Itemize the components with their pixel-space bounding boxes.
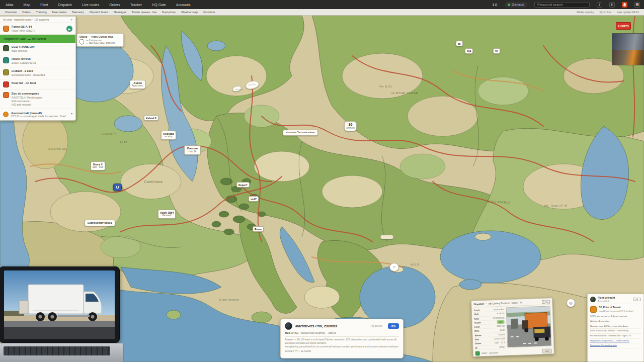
bookmark-messages[interactable]: Messages [114, 11, 126, 14]
cargo-icon [3, 69, 9, 75]
truck-road-photo [4, 270, 115, 339]
map-marker[interactable]: Bosa © asst · hub [91, 161, 105, 170]
list-item[interactable]: Route refresh Essen–Lübeck 09:15 [0, 55, 75, 67]
delivered-banner[interactable]: Shipment 2481 — delivered [0, 35, 75, 43]
menu-item-live-routes[interactable]: Live routes [80, 2, 101, 8]
featured-unit-row[interactable]: Fanst BS A-14 Route: MAN (OSET) ▶ [0, 23, 75, 35]
list-item[interactable]: Fleet B2 · on hold [0, 79, 75, 90]
menu-item-tracker[interactable]: Tracker [129, 2, 143, 8]
map-marker[interactable]: Redstad — stop [161, 131, 176, 140]
menu-item-dispatch[interactable]: Dispatch [57, 2, 73, 8]
map-marker[interactable]: 104 [465, 48, 473, 54]
menu-item-orders[interactable]: Orders [108, 2, 121, 8]
map-marker[interactable]: Expressway 09001 [85, 220, 115, 226]
company-title: Martide-ers Prol, csentas [295, 324, 337, 328]
laptop-keyboard [0, 343, 124, 362]
menu-item-map[interactable]: Map [22, 2, 32, 8]
list-item[interactable]: Eas de convergates AASTITELI / Reval sta… [0, 90, 75, 109]
fleet-logo [590, 297, 596, 302]
start-route-button[interactable]: ▶ [66, 26, 72, 32]
bookmark-tracking[interactable]: Tracking [36, 11, 47, 14]
bookmarks-bar: Overview Orders Tracking Fleet status Te… [0, 9, 644, 16]
map-locate-button[interactable]: ◎ [567, 299, 575, 307]
transit-point-icon [590, 306, 597, 313]
camera-thumbnail[interactable] [612, 33, 644, 65]
bookmark-fuel-prices[interactable]: Fuel prices [162, 11, 176, 14]
dispatch-details: Truck4005 Volvo Shift+ 09:00 Cost2129/09… [474, 308, 506, 350]
divider [285, 336, 399, 337]
fleet-list-panel: All units · matched routes — 27 travelle… [0, 16, 76, 121]
dispatch-footer: 09097 · Denmark [481, 351, 498, 354]
panel-footer-item[interactable]: Aastmat·balt (himself) 27°1'0" — unmanag… [0, 109, 75, 120]
truck-photo[interactable] [506, 306, 552, 347]
list-item[interactable]: Lisbant · a card Europoltransport · forw… [0, 67, 75, 79]
map-marker[interactable]: Askim Fjord term. [130, 80, 145, 89]
vehicle-row: Altitude: Amsterdam [590, 319, 641, 324]
vehicle-info-card: Fleet-Vetracht Ams-vehicle ⎙ ⋮ B2, Point… [587, 294, 644, 362]
menu-item-hq-gate[interactable]: HQ Gate [150, 2, 168, 8]
company-avatar [285, 322, 292, 330]
print-icon[interactable]: ⎙ [542, 300, 545, 304]
place-label: 5 km inspire [219, 298, 239, 301]
bookmark-telemetry[interactable]: Telemetry [72, 11, 84, 14]
menu-item-fleet[interactable]: Fleet [39, 2, 50, 8]
more-icon[interactable]: ⋮ [637, 298, 641, 301]
menu-item-atlas[interactable]: Atlas [4, 2, 15, 8]
print-icon[interactable]: ⎙ [633, 298, 636, 301]
map-marker[interactable]: Freusse Hub 24 [184, 145, 201, 155]
menu-bar: Atlas Map Fleet Dispatch Live routes Ord… [0, 0, 644, 9]
map-marker[interactable]: Roma [253, 226, 264, 232]
map-marker[interactable]: 35 [456, 41, 463, 46]
alerts-button[interactable]: ALERTS [616, 22, 631, 30]
personnel-search-input[interactable]: Personnel search [534, 2, 590, 8]
energy-icon[interactable]: E [609, 2, 615, 8]
bookmark-orders[interactable]: Orders [22, 11, 31, 14]
map-marker[interactable]: Kalvad 8 [144, 115, 158, 121]
map-marker[interactable]: Aach 1884 Berstadt [158, 210, 176, 219]
info-icon[interactable]: i [597, 2, 602, 8]
expand-icon[interactable]: ↗ [70, 18, 72, 21]
bookmark-border-queues[interactable]: Border queues · live [132, 11, 156, 14]
map-marker[interactable]: st-47 [249, 196, 259, 202]
grid-icon[interactable]: ▦ [634, 2, 640, 8]
laptop-screen [0, 266, 120, 343]
company-info-card: Martide-ers Prol, csentas Pro attentis E… [280, 319, 404, 358]
bookmark-dispatch-board[interactable]: Dispatch board [90, 11, 108, 14]
bookmark-contracts[interactable]: Contracts [203, 11, 215, 14]
vehicle-row-link[interactable]: Regulations inspections — wohin wheels [590, 339, 641, 344]
sea-route-badge[interactable]: ≈ [389, 263, 399, 272]
map-tooltip: Dialog — Trans-Europe map — 0 stops min … [76, 33, 124, 47]
map-marker[interactable]: 31 [493, 48, 500, 54]
bookmark-weather[interactable]: Weather map [181, 11, 198, 14]
online-dot-icon [508, 4, 510, 6]
bookmark-fleet-status[interactable]: Fleet status [52, 11, 66, 14]
list-item[interactable]: ECO TRANS Bhf base terminal [0, 43, 75, 55]
radar-overlay-toggle[interactable]: Radar overlay [577, 11, 594, 14]
sync-status: Sync: live [599, 11, 611, 14]
company-footer: Semka-PTH — ae results [285, 350, 399, 352]
vehicle-row-link[interactable]: Document: Forwarding plan [590, 343, 641, 348]
connection-status[interactable]: General [505, 2, 527, 8]
incident-cam-image [612, 50, 643, 65]
ferry-capsule-marker[interactable] [380, 235, 393, 239]
chevron-down-icon[interactable]: ▾ [71, 112, 72, 115]
maintenance-icon [3, 112, 9, 117]
bell-icon[interactable] [622, 2, 627, 8]
transit-highlight[interactable]: B2, Point of Transit Load/Point connecte… [590, 306, 641, 313]
route-icon [3, 57, 9, 63]
shield-icon [79, 39, 84, 45]
vehicle-row: Point of warranty: Mölndal / Gothenburg [590, 329, 641, 334]
edit-button[interactable]: ESI [388, 323, 399, 329]
menu-item-accounts[interactable]: Accounts [175, 2, 192, 8]
map-marker[interactable]: 36 Arnhem [344, 121, 357, 131]
view-button[interactable]: view [542, 348, 552, 353]
blue-unit-pin[interactable]: U [113, 184, 122, 191]
dispatch-meta: AB-Convoy Trucks 4 · Omsk · 77 [489, 301, 522, 305]
place-label: IA RTHE CLOSE [391, 92, 418, 95]
expand-icon[interactable]: ◱ [546, 300, 550, 303]
place-label: Mt. Hoat AT M [544, 204, 568, 207]
map-marker[interactable]: Kuper? [236, 182, 250, 188]
bookmark-overview[interactable]: Overview [5, 11, 17, 14]
map-marker[interactable]: st a rauter Tannustensteren [283, 130, 318, 136]
vehicle-row: For maintenance: chamber lane · light 27… [590, 334, 641, 339]
